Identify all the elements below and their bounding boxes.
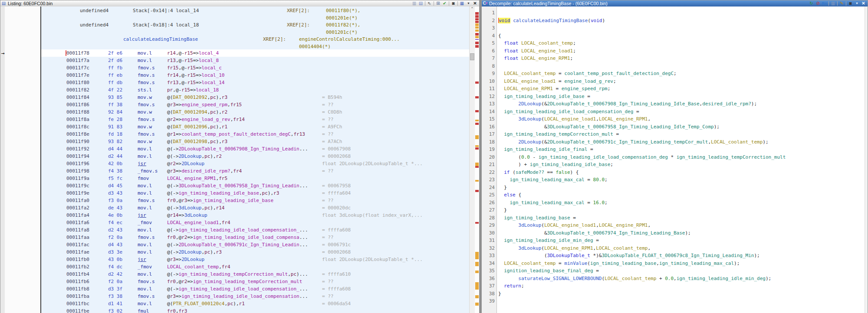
decompiler-line[interactable]: 2void calculateLeadingTimingBase(void) bbox=[482, 17, 868, 25]
decompiler-line[interactable]: 16 &3DLookupTable_t_00067958_Ign_Timing_… bbox=[482, 123, 868, 131]
decompiler-line[interactable]: 7 float LOCAL_engine_RPM1; bbox=[482, 55, 868, 62]
listing-instruction-row[interactable]: 00011fbef3 02fmulfr0,fr3 bbox=[41, 307, 469, 313]
listing-instruction-row[interactable]: 00011f86ff 38fmov.s@r3=>engine_speed_rpm… bbox=[41, 101, 469, 108]
decompiler-line[interactable]: 21 ) + ign_timing_leading_idle_base; bbox=[482, 161, 868, 169]
listing-body[interactable]: undefined4Stack[-0x14]:4 local_14XREF[2]… bbox=[41, 7, 469, 313]
toggle-header-icon[interactable]: ⊞ bbox=[435, 1, 441, 6]
listing-instruction-row[interactable]: 00011f782f e6mov.lr14,@-r15=>local_4 bbox=[41, 49, 469, 57]
listing-instruction-row[interactable]: 00011fa2de 43mov.l@(->3dLookup,pc),r14= … bbox=[41, 204, 469, 212]
decompiler-line[interactable]: 36 saturateLow_SIGNAL_LOWERBOUND(LOCAL_c… bbox=[482, 275, 868, 283]
listing-instruction-row[interactable]: 00011f80ff dbfmov.sfr13,@-r15=>local_14 bbox=[41, 79, 469, 86]
listing-scrollbar[interactable]: ^ bbox=[469, 7, 475, 313]
decompiler-line[interactable]: 17 ign_timing_leading_tempCorrection_mul… bbox=[482, 130, 868, 138]
listing-instruction-row[interactable]: 00011fbaf3 38fmov.s@r3=>ign_timing_leadi… bbox=[41, 293, 469, 300]
decompiler-line[interactable]: 32 3dLookup(LOCAL_engine_RPM1,LOCAL_cool… bbox=[482, 245, 868, 252]
listing-instruction-row[interactable]: 00011f7eff ebfmov.sfr14,@-r15=>local_10 bbox=[41, 72, 469, 79]
listing-header-row[interactable]: 0001201e(*) bbox=[41, 14, 469, 22]
decompiler-line[interactable]: 11 LOCAL_engine_RPM1 = engine_speed_rpm; bbox=[482, 85, 868, 93]
edit-icon[interactable]: ✎ bbox=[839, 1, 845, 6]
listing-instruction-row[interactable]: 00011f9cd4 45mov.l@(->3DLookupTable_t_00… bbox=[41, 182, 469, 189]
listing-instruction-row[interactable]: 00011f7cff fbfmov.sfr15,@-r15=>local_c bbox=[41, 64, 469, 72]
decompiler-title-bar[interactable]: Cf Decompile: calculateLeadingTimingBase… bbox=[482, 0, 868, 7]
snapshot-icon[interactable]: ◙ bbox=[450, 1, 456, 6]
close-icon[interactable]: ✕ bbox=[472, 1, 478, 6]
listing-instruction-row[interactable]: 00011fb2f4 dc_fmovLOCAL_coolant_temp,fr4 bbox=[41, 263, 469, 271]
listing-header-row[interactable]: 00014404(*) bbox=[41, 43, 469, 50]
listing-instruction-row[interactable]: 00011fa6f4 ec_fmovLOCAL_engine_load1,fr4 bbox=[41, 219, 469, 226]
listing-instruction-row[interactable]: 00011facd4 43mov.l@(->2DLookupTable_t_00… bbox=[41, 241, 469, 248]
listing-instruction-row[interactable]: 00011fb4d2 42mov.l@(->ign_timing_leading… bbox=[41, 271, 469, 278]
readonly-icon[interactable]: Ro bbox=[822, 1, 827, 6]
decompiler-line[interactable]: 3 bbox=[482, 24, 868, 32]
decompiler-line[interactable]: 25 else { bbox=[482, 191, 868, 199]
decompiler-line[interactable]: 27 } bbox=[482, 206, 868, 214]
listing-instruction-row[interactable]: 00011f9af5 fcfmovLOCAL_engine_RPM1,fr5 bbox=[41, 175, 469, 182]
decompiler-line[interactable]: 37 return; bbox=[482, 282, 868, 290]
listing-instruction-row[interactable]: 00011f9093 82mov.w@(DAT_00012098,pc),r3=… bbox=[41, 138, 469, 145]
decompiler-line[interactable]: 15 3dLookup(LOCAL_engine_load1,LOCAL_eng… bbox=[482, 115, 868, 123]
decompiler-line[interactable]: 14 ign_timing_leading_idle_load_compensa… bbox=[482, 108, 868, 116]
decompiler-line[interactable]: 12 ign_timing_leading_idle_base = bbox=[482, 93, 868, 101]
decompiler-line[interactable]: 20 (0.0 - ign_timing_leading_idle_load_c… bbox=[482, 153, 868, 161]
listing-title-bar[interactable]: ▤ Listing: 60E0FC00.bin ▥▤⇖⊞✔◙▦▼✕ bbox=[0, 0, 479, 7]
decompiler-line[interactable]: 18 2DLookup(&2DLookupTable_t_0006791c_Ig… bbox=[482, 138, 868, 146]
decompiler-line[interactable]: 9 LOCAL_coolant_temp = coolant_temp_post… bbox=[482, 70, 868, 78]
listing-instruction-row[interactable]: 00011f92d4 44mov.l@(->2DLookupTable_t_00… bbox=[41, 145, 469, 153]
listing-instruction-row[interactable]: 00011fa0f3 0afmov.sfr0,@r3=>ign_timing_l… bbox=[41, 197, 469, 204]
listing-instruction-row[interactable]: 00011f94d2 44mov.l@(->2DLookup,pc),r2= 0… bbox=[41, 153, 469, 160]
decompiler-line[interactable]: 4{ bbox=[482, 32, 868, 40]
scroll-up-icon[interactable]: ^ bbox=[470, 7, 475, 12]
decompiler-line[interactable]: 5 float LOCAL_coolant_temp; bbox=[482, 39, 868, 47]
listing-header-row[interactable]: calculateLeadingTimingBaseXREF[2]:engine… bbox=[41, 36, 469, 43]
refresh-icon[interactable]: ↻ bbox=[809, 1, 814, 6]
decompiler-line[interactable]: 34 LOCAL_coolant_temp = minValue(ign_tim… bbox=[482, 260, 868, 267]
decompiler-line[interactable]: 13 2DLookup(&2DLookupTable_t_00067908_Ig… bbox=[482, 100, 868, 108]
cursor-location-icon[interactable]: ⇖ bbox=[427, 1, 432, 6]
snapshot-icon[interactable]: ◙ bbox=[848, 1, 853, 6]
listing-instruction-row[interactable]: 00011fb8d3 3fmov.l@(->ign_timing_leading… bbox=[41, 285, 469, 293]
listing-instruction-row[interactable]: 00011fb043 0bjsr@r3=>2DLookupfloat 2DLoo… bbox=[41, 256, 469, 263]
listing-instruction-row[interactable]: 00011fa8d2 43mov.l@(->ign_timing_leading… bbox=[41, 226, 469, 234]
listing-instruction-row[interactable]: 00011f7a2f d6mov.lr13,@-r15=>local_8 bbox=[41, 57, 469, 64]
decompiler-line[interactable]: 26 ign_timing_leading_max_cal = 16.0; bbox=[482, 199, 868, 207]
listing-instruction-row[interactable]: 00011fa44e 0bjsr@r14=>3dLookupfloat 3dLo… bbox=[41, 212, 469, 219]
decompiler-line[interactable]: 24 } bbox=[482, 184, 868, 192]
listing-header-row[interactable]: 0001201c(*) bbox=[41, 29, 469, 36]
dropdown-icon[interactable]: ▼ bbox=[466, 1, 471, 6]
decompiler-line[interactable]: 8 bbox=[482, 62, 868, 70]
decompiler-line[interactable]: 23 ign_timing_leading_max_cal = 80.0; bbox=[482, 176, 868, 184]
decompiler-line[interactable]: 30 &3DLookupTable_t_00067974_Ign_Timing_… bbox=[482, 229, 868, 237]
listing-instruction-row[interactable]: 00011fbcd1 41mov.l@(PTR_FLOAT_000120c4,p… bbox=[41, 300, 469, 307]
decompiler-line[interactable]: 31 ign_timing_leading_idle_min_deg = bbox=[482, 237, 868, 245]
decompiler-line[interactable]: 1 bbox=[482, 9, 868, 17]
listing-display-icon[interactable]: ▦ bbox=[459, 1, 465, 6]
decompiler-scrollbar[interactable] bbox=[865, 7, 868, 313]
listing-instruction-row[interactable]: 00011f8afe 28fmov.s@r2=>engine_load_g_re… bbox=[41, 116, 469, 123]
listing-header-row[interactable]: undefined4Stack[-0x14]:4 local_14XREF[2]… bbox=[41, 7, 469, 14]
decompiler-line[interactable]: 38} bbox=[482, 290, 868, 298]
listing-instruction-row[interactable]: 00011f824f 22sts.lpr,@-r15=>local_18 bbox=[41, 86, 469, 94]
close-icon[interactable]: ✕ bbox=[861, 1, 866, 6]
decompiler-line[interactable]: 10 LOCAL_engine_load1 = engine_load_g_re… bbox=[482, 78, 868, 85]
listing-instruction-row[interactable]: 00011fb6f2 0afmov.sfr0,@r2=>ign_timing_l… bbox=[41, 278, 469, 285]
decompiler-content[interactable]: 12void calculateLeadingTimingBase(void)3… bbox=[482, 7, 868, 313]
decompiler-line[interactable]: 28 ign_timing_leading_base = bbox=[482, 214, 868, 222]
decompiler-line[interactable]: 6 float LOCAL_engine_load1; bbox=[482, 47, 868, 55]
listing-instruction-row[interactable]: 00011faaf2 0afmov.sfr0,@r2=>ign_timing_l… bbox=[41, 234, 469, 241]
edit-fields-icon[interactable]: ✔ bbox=[442, 1, 447, 6]
listing-instruction-row[interactable]: 00011f9642 0bjsr@r2=>2DLookupfloat 2DLoo… bbox=[41, 160, 469, 167]
decompiler-line[interactable]: 22 if (safeMode?? == false) { bbox=[482, 169, 868, 176]
listing-scrollbar-thumb[interactable] bbox=[470, 53, 474, 60]
decompiler-line[interactable]: 33 (3DLookupTable_t *)&3DLookupTable_FLO… bbox=[482, 252, 868, 260]
listing-instruction-row[interactable]: 00011f8892 84mov.w@(DAT_00012094,pc),r2=… bbox=[41, 108, 469, 116]
listing-marker-margin[interactable] bbox=[475, 7, 479, 313]
listing-instruction-row[interactable]: 00011f8493 85mov.w@(DAT_00012092,pc),r3=… bbox=[41, 94, 469, 101]
listing-header-row[interactable]: undefined4Stack[-0x18]:4 local_18XREF[2]… bbox=[41, 21, 469, 29]
paste-icon[interactable]: ▤ bbox=[418, 1, 424, 6]
listing-instruction-row[interactable]: 00011f8c91 83mov.w@(DAT_00012096,pc),r1=… bbox=[41, 123, 469, 130]
graph-disabled-icon[interactable]: ⊘ bbox=[815, 1, 821, 6]
listing-instruction-row[interactable]: 00011f8efd 18fmov.s@r1=>coolant_temp_pos… bbox=[41, 130, 469, 138]
decompiler-line[interactable]: 39 bbox=[482, 297, 868, 305]
listing-instruction-row[interactable]: 00011faed3 3emov.l@(->2DLookup,pc),r3= 0… bbox=[41, 248, 469, 256]
copy-icon[interactable]: ▥ bbox=[411, 1, 417, 6]
